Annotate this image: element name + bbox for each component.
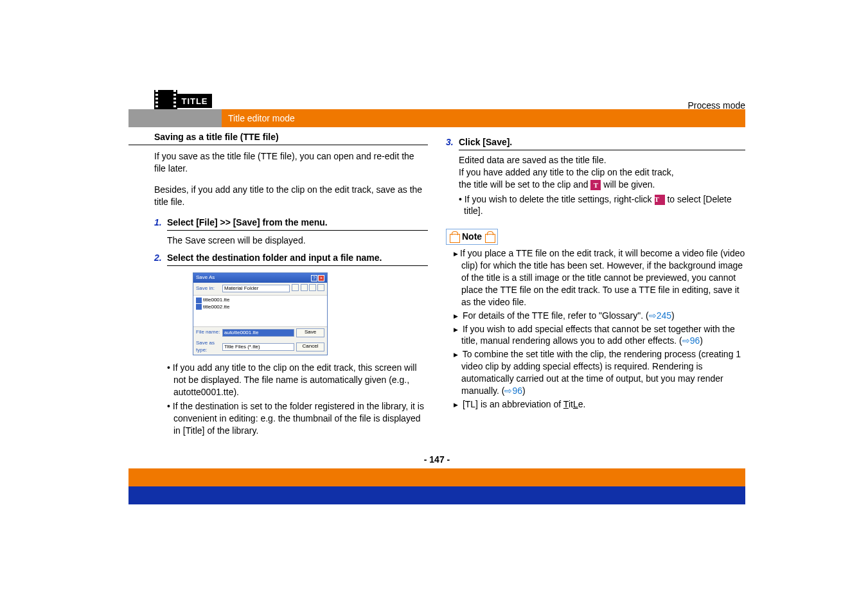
t-clip-icon: T [655, 195, 665, 205]
up-icon[interactable] [301, 284, 308, 291]
file-icon [196, 298, 202, 303]
note-label: Note [462, 231, 482, 243]
cancel-button[interactable]: Cancel [296, 342, 324, 351]
step-3-line1: Edited data are saved as the title file. [459, 154, 745, 166]
section-bar-accent [128, 109, 222, 127]
note-header: Note [446, 229, 498, 245]
step-3-body: Edited data are saved as the title file.… [446, 154, 745, 217]
filetype-row: Save as type: Title Files (*.tte) Cancel [193, 339, 327, 355]
footer-orange-stripe [128, 468, 745, 486]
page-link[interactable]: 96 [690, 335, 700, 346]
page-number: - 147 - [128, 454, 745, 465]
save-dialog-screenshot: Save As ? × Save in: Material Folder [128, 272, 428, 355]
bullet-item: If the destination is set to the folder … [167, 400, 428, 437]
note-item: To combine the set title with the clip, … [454, 348, 745, 397]
step-3-number: 3. [446, 136, 459, 150]
step-3-bullet: • If you wish to delete the title settin… [459, 193, 745, 218]
step-1: 1. Select [File] >> [Save] from the menu… [128, 217, 428, 231]
page-link[interactable]: 245 [657, 310, 671, 321]
filename-row: File name: autotte0001.tte Save [193, 327, 327, 339]
newfolder-icon[interactable] [309, 284, 316, 291]
savein-dropdown[interactable]: Material Folder [222, 285, 290, 292]
step-2-bullets: If you add any title to the clip on the … [128, 362, 428, 436]
step-2: 2. Select the destination folder and inp… [128, 252, 428, 266]
title-logo-text: TITLE [177, 94, 212, 108]
left-section-title: Saving as a title file (TTE file) [128, 131, 428, 145]
savein-row: Save in: Material Folder [193, 283, 327, 295]
step-3-line2: If you have added any title to the clip … [459, 166, 745, 179]
file-icon [196, 304, 202, 310]
help-icon[interactable]: ? [311, 275, 317, 281]
title-logo-icon: TITLE [154, 90, 212, 112]
filetype-label: Save as type: [196, 340, 220, 354]
step-2-text: Select the destination folder and input … [167, 252, 428, 266]
toolbar-icons [292, 284, 324, 294]
dialog-title: Save As [196, 274, 215, 281]
filmstrip-icon [154, 90, 177, 112]
back-icon[interactable] [292, 284, 299, 291]
link-arrow-icon: ⇨ [504, 386, 512, 396]
save-as-dialog: Save As ? × Save in: Material Folder [193, 272, 328, 355]
intro-paragraph-2: Besides, if you add any title to the cli… [128, 184, 428, 208]
note-item: For details of the TTE file, refer to "G… [454, 310, 745, 322]
right-column: 3. Click [Save]. Edited data are saved a… [446, 131, 745, 439]
bullet-item: If you add any title to the clip on the … [167, 362, 428, 398]
parcel-icon [484, 231, 495, 243]
intro-paragraph-1: If you save as the title file (TTE file)… [128, 150, 428, 175]
t-clip-icon: T [590, 180, 601, 190]
dialog-titlebar: Save As ? × [193, 273, 327, 283]
step-3-line3: the title will be set to the clip and T … [459, 179, 745, 191]
header-area: TITLE Process mode [128, 58, 745, 109]
step-1-number: 1. [154, 217, 167, 231]
note-list: If you place a TTE file on the edit trac… [446, 247, 745, 411]
window-controls: ? × [311, 275, 324, 281]
two-column-layout: Saving as a title file (TTE file) If you… [128, 127, 745, 439]
step-1-subtext: The Save screen will be displayed. [128, 235, 428, 247]
step-2-number: 2. [154, 252, 167, 266]
footer-blue-stripe [128, 486, 745, 504]
document-page: TITLE Process mode Title editor mode Sav… [128, 58, 745, 465]
step-3: 3. Click [Save]. [446, 136, 745, 150]
close-icon[interactable]: × [318, 275, 324, 281]
file-list[interactable]: title0001.tte title0002.tte [193, 295, 327, 327]
link-arrow-icon: ⇨ [682, 335, 690, 346]
note-item: If you place a TTE file on the edit trac… [454, 247, 745, 308]
savein-label: Save in: [196, 285, 220, 292]
note-item: If you wish to add special effects that … [454, 323, 745, 348]
section-bar-label: Title editor mode [222, 109, 295, 127]
filetype-dropdown[interactable]: Title Files (*.tte) [222, 343, 294, 351]
save-button[interactable]: Save [296, 328, 324, 337]
note-item: [TL] is an abbreviation of TitLe. [454, 398, 745, 411]
views-icon[interactable] [317, 284, 324, 291]
list-item[interactable]: title0002.tte [196, 304, 324, 311]
filename-input[interactable]: autotte0001.tte [222, 329, 294, 337]
step-1-text: Select [File] >> [Save] from the menu. [167, 217, 428, 231]
section-bar: Title editor mode [128, 109, 745, 127]
link-arrow-icon: ⇨ [649, 310, 657, 321]
list-item[interactable]: title0001.tte [196, 297, 324, 304]
left-column: Saving as a title file (TTE file) If you… [128, 131, 428, 439]
parcel-icon [449, 231, 459, 243]
step-3-text: Click [Save]. [459, 136, 745, 150]
filename-label: File name: [196, 329, 220, 336]
page-link[interactable]: 96 [512, 386, 522, 396]
